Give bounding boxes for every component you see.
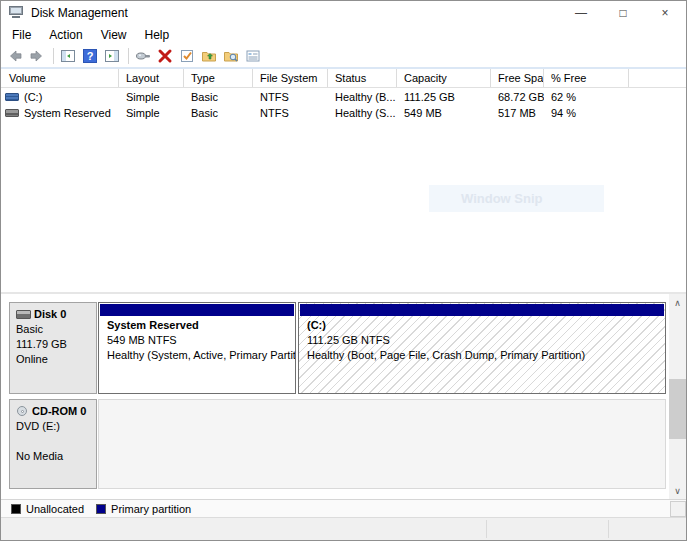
partition-color-band [100,304,294,316]
column-header-file-system[interactable]: File System [253,69,328,87]
volume-row-system-reserved[interactable]: System Reserved Simple Basic NTFS Health… [1,106,686,120]
menu-action[interactable]: Action [40,26,91,44]
statusbar-separator [608,520,609,538]
legend-bar: Unallocated Primary partition [1,499,686,517]
partition-name: (C:) [307,318,663,333]
checkmark-icon[interactable] [177,47,197,65]
volume-layout: Simple [119,107,184,119]
unallocated-swatch [11,504,21,514]
volume-row-c[interactable]: (C:) Simple Basic NTFS Healthy (B... 111… [1,90,686,104]
partition-c[interactable]: (C:) 111.25 GB NTFS Healthy (Boot, Page … [298,302,666,394]
toolbar-separator [53,48,54,64]
app-icon [9,6,25,20]
close-button[interactable]: × [644,1,686,25]
volume-status: Healthy (S... [328,107,397,119]
vertical-scrollbar[interactable]: ∧ ∨ [669,294,686,499]
column-header-volume[interactable]: Volume [1,69,119,87]
scroll-up-icon[interactable]: ∧ [669,294,686,311]
column-header-pct-free[interactable]: % Free [544,69,629,87]
partition-health: Healthy (Boot, Page File, Crash Dump, Pr… [307,348,663,363]
cdrom-drive: DVD (E:) [16,419,96,434]
system-reserved-icon [5,109,19,117]
show-console-tree-icon[interactable] [58,47,78,65]
partition-system-reserved[interactable]: System Reserved 549 MB NTFS Healthy (Sys… [98,302,296,394]
minimize-button[interactable]: — [560,1,602,25]
cdrom-label[interactable]: CD-ROM 0 DVD (E:) No Media [9,399,97,489]
cdrom-empty-region[interactable] [98,399,666,489]
volume-pct-free: 62 % [544,91,629,103]
legend-primary-label: Primary partition [111,503,191,515]
volume-free-space: 68.72 GB [491,91,544,103]
window-title: Disk Management [31,6,128,20]
drive-c-icon [5,93,19,101]
volume-type: Basic [184,91,253,103]
statusbar-separator [486,520,487,538]
folder-up-icon[interactable] [199,47,219,65]
rescan-wand-icon[interactable] [133,47,153,65]
properties-icon[interactable] [243,47,263,65]
menu-bar: File Action View Help [1,25,686,45]
column-header-layout[interactable]: Layout [119,69,184,87]
volume-name: System Reserved [24,107,111,119]
menu-file[interactable]: File [3,26,40,44]
cd-rom-icon [16,406,29,417]
disk-size: 111.79 GB [16,337,96,352]
menu-help[interactable]: Help [136,26,179,44]
forward-icon[interactable] [27,47,47,65]
toolbar-separator [128,48,129,64]
scrollbar-thumb[interactable] [669,379,686,439]
menu-view[interactable]: View [92,26,136,44]
column-header-status[interactable]: Status [328,69,397,87]
maximize-button[interactable]: □ [602,1,644,25]
delete-icon[interactable] [155,47,175,65]
volume-status: Healthy (B... [328,91,397,103]
column-header-filler [629,69,686,87]
graphical-view: Disk 0 Basic 111.79 GB Online System Res… [1,294,686,499]
show-action-pane-icon[interactable] [102,47,122,65]
volume-list-header: Volume Layout Type File System Status Ca… [1,69,686,88]
cdrom-name: CD-ROM 0 [32,404,86,419]
window-snip-watermark: Window Snip [429,185,604,212]
disk-status: Online [16,352,96,367]
partition-size: 549 MB NTFS [107,333,293,348]
volume-list: Volume Layout Type File System Status Ca… [1,69,686,292]
partition-name: System Reserved [107,318,293,333]
folder-search-icon[interactable] [221,47,241,65]
primary-partition-swatch [96,504,106,514]
title-bar: Disk Management — □ × [1,1,686,25]
volume-name: (C:) [24,91,42,103]
scrollbar-corner [670,501,686,517]
scroll-down-icon[interactable]: ∨ [669,482,686,499]
volume-file-system: NTFS [253,107,328,119]
volume-type: Basic [184,107,253,119]
back-icon[interactable] [5,47,25,65]
volume-capacity: 549 MB [397,107,491,119]
partition-health: Healthy (System, Active, Primary Partit [107,348,293,363]
hard-disk-icon [16,310,31,319]
cdrom-media: No Media [16,449,96,464]
disk-management-window: Disk Management — □ × File Action View H… [0,0,687,541]
help-icon[interactable]: ? [80,47,100,65]
disk-type: Basic [16,322,96,337]
column-header-capacity[interactable]: Capacity [397,69,491,87]
volume-file-system: NTFS [253,91,328,103]
volume-free-space: 517 MB [491,107,544,119]
legend-unallocated-label: Unallocated [26,503,84,515]
volume-capacity: 111.25 GB [397,91,491,103]
column-header-free-space[interactable]: Free Spa... [491,69,544,87]
partition-color-band [300,304,664,316]
toolbar: ? [1,45,686,69]
status-bar [1,517,686,540]
column-header-type[interactable]: Type [184,69,253,87]
disk-name: Disk 0 [34,307,66,322]
volume-layout: Simple [119,91,184,103]
partition-size: 111.25 GB NTFS [307,333,663,348]
volume-pct-free: 94 % [544,107,629,119]
disk0-label[interactable]: Disk 0 Basic 111.79 GB Online [9,302,97,394]
